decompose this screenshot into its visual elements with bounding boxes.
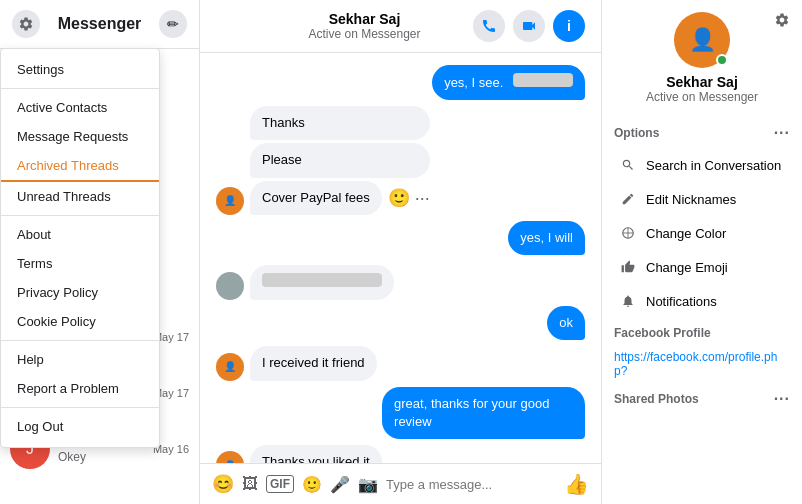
blurred-content-1 [513,73,573,87]
menu-divider-3 [1,340,159,341]
sidebar: Messenger ✏ Settings Active Contacts Mes… [0,0,200,504]
avatar-sekhar-2: 👤 [216,353,244,381]
chat-header: Sekhar Saj Active on Messenger i [200,0,601,53]
msg-bubble-thanks: Thanks [250,106,430,140]
messages-container: yes, I see. 👤 Thanks Please Cover PayPal… [200,53,601,463]
like-button[interactable]: 👍 [564,472,589,496]
emoji-icon[interactable]: 😊 [212,473,234,495]
menu-item-help[interactable]: Help [1,345,159,374]
panel-option-nicknames[interactable]: Edit Nicknames [614,182,790,216]
msg-bubble-7: I received it friend [250,346,377,380]
panel-name: Sekhar Saj [666,74,738,90]
sticker-icon[interactable]: 🙂 [302,475,322,494]
avatar-sekhar-1: 👤 [216,187,244,215]
chat-header-status: Active on Messenger [308,27,420,41]
panel-status: Active on Messenger [646,90,758,104]
option-search-label: Search in Conversation [646,158,781,173]
menu-item-unread-threads[interactable]: Unread Threads [1,182,159,211]
msg-bubble-5: yes, I will [508,221,585,255]
conv-preview-3: Okey [58,450,145,464]
bell-icon [618,291,638,311]
panel-option-notifications[interactable]: Notifications [614,284,790,318]
panel-option-search[interactable]: Search in Conversation [614,148,790,182]
fb-profile-label-text: Facebook Profile [614,326,711,340]
menu-item-settings[interactable]: Settings [1,55,159,84]
options-label: Options ··· [614,124,790,142]
sidebar-header: Messenger ✏ [0,0,199,49]
msg-bubble-9: Thanks you liked it [250,445,382,463]
right-panel: 👤 Sekhar Saj Active on Messenger Options… [602,0,802,504]
chat-area: Sekhar Saj Active on Messenger i yes, I … [200,0,602,504]
msg-bubble-blurred [250,265,394,300]
msg-bubble-8: great, thanks for your good review [382,387,585,439]
avatar-sekhar-3: 👤 [216,451,244,463]
menu-divider-2 [1,215,159,216]
received-group: 👤 Thanks Please Cover PayPal fees 🙂 ··· [216,106,585,215]
message-input[interactable] [386,477,556,492]
message-row-8: great, thanks for your good review [216,387,585,439]
mic-icon[interactable]: 🎤 [330,475,350,494]
shared-photos-label-text: Shared Photos [614,392,699,406]
panel-gear-button[interactable] [774,12,790,31]
cover-row: Cover PayPal fees 🙂 ··· [250,181,430,215]
camera-icon[interactable]: 📷 [358,475,378,494]
option-nicknames-label: Edit Nicknames [646,192,736,207]
message-row-6: ok [216,306,585,340]
gear-button[interactable] [12,10,40,38]
image-icon[interactable]: 🖼 [242,475,258,493]
msg-bubble-1: yes, I see. [432,65,585,100]
panel-profile: 👤 Sekhar Saj Active on Messenger [614,12,790,104]
msg-group-received: Thanks Please Cover PayPal fees 🙂 ··· [250,106,430,215]
fb-profile-link[interactable]: https://facebook.com/profile.php? [614,346,790,382]
menu-item-archived-threads[interactable]: Archived Threads [1,151,159,182]
menu-item-active-contacts[interactable]: Active Contacts [1,93,159,122]
msg-bubble-6: ok [547,306,585,340]
call-button[interactable] [473,10,505,42]
msg-bubble-cover: Cover PayPal fees [250,181,382,215]
received-row-9: 👤 Thanks you liked it [216,445,585,463]
panel-option-color[interactable]: Change Color [614,216,790,250]
menu-divider-4 [1,407,159,408]
msg-text-1: yes, I see. [444,75,503,90]
option-color-label: Change Color [646,226,726,241]
chat-header-info: Sekhar Saj Active on Messenger [308,11,420,41]
gif-icon[interactable]: GIF [266,475,294,493]
new-chat-button[interactable]: ✏ [159,10,187,38]
message-row-5: yes, I will [216,221,585,255]
menu-item-about[interactable]: About [1,220,159,249]
menu-item-report[interactable]: Report a Problem [1,374,159,403]
panel-avatar-wrap: 👤 [674,12,730,68]
sidebar-title: Messenger [58,15,142,33]
shared-photos-dots-button[interactable]: ··· [774,390,790,408]
menu-item-message-requests[interactable]: Message Requests [1,122,159,151]
search-icon [618,155,638,175]
chat-input-area: 😊 🖼 GIF 🙂 🎤 📷 👍 [200,463,601,504]
video-button[interactable] [513,10,545,42]
msg-bubble-please: Please [250,143,430,177]
option-notifications-label: Notifications [646,294,717,309]
received-row-7: 👤 I received it friend [216,346,585,380]
chat-header-name: Sekhar Saj [329,11,401,27]
shared-photos-label: Shared Photos ··· [614,390,790,408]
info-button[interactable]: i [553,10,585,42]
blurred-content-2 [262,273,382,287]
dropdown-menu: Settings Active Contacts Message Request… [0,48,160,448]
panel-option-emoji[interactable]: Change Emoji [614,250,790,284]
panel-online-dot [716,54,728,66]
message-row-1: yes, I see. [216,65,585,100]
options-label-text: Options [614,126,659,140]
blurred-received-row [216,265,585,300]
options-dots-button[interactable]: ··· [774,124,790,142]
option-emoji-label: Change Emoji [646,260,728,275]
thumbsup-icon [618,257,638,277]
chat-header-actions: i [473,10,585,42]
menu-item-logout[interactable]: Log Out [1,412,159,441]
msg-actions: 🙂 ··· [388,187,430,209]
menu-item-privacy[interactable]: Privacy Policy [1,278,159,307]
menu-item-cookie[interactable]: Cookie Policy [1,307,159,336]
pencil-icon [618,189,638,209]
menu-divider-1 [1,88,159,89]
menu-item-terms[interactable]: Terms [1,249,159,278]
color-icon [618,223,638,243]
avatar-blurred [216,272,244,300]
